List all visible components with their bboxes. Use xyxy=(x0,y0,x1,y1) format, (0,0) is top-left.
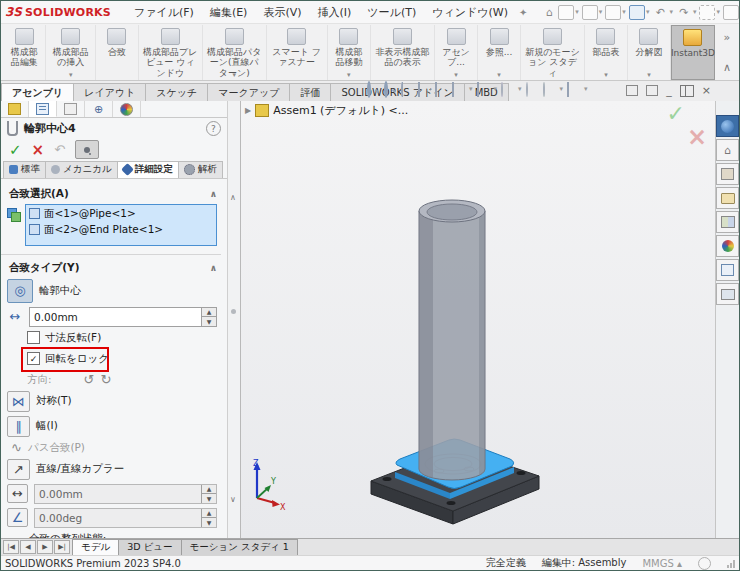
menu-insert[interactable]: 挿入(I) xyxy=(311,3,359,22)
pm-splitter[interactable]: ∧ ∨ xyxy=(228,101,241,538)
units-selector[interactable]: MMGS ▴ xyxy=(642,558,682,569)
view-settings-caret[interactable]: ▾ xyxy=(584,85,588,93)
doc-prev-window-icon[interactable] xyxy=(626,85,638,96)
pm-scroll-up-icon[interactable]: ∧ xyxy=(230,193,236,202)
ribbon-show-hidden-components[interactable]: 非表示構成部品の表示 xyxy=(371,25,435,80)
doc-minimize-button[interactable]: _ xyxy=(666,84,672,97)
ok-button[interactable]: ✓ xyxy=(9,141,22,159)
undo-icon[interactable]: ↶ xyxy=(652,6,668,19)
save-icon[interactable] xyxy=(605,5,621,20)
rotate-cw-icon[interactable]: ↻ xyxy=(100,373,111,386)
sw-resources-tab[interactable]: ⌂ xyxy=(716,139,739,161)
tree-expand-icon[interactable]: ▶ xyxy=(245,106,251,115)
previous-view-icon[interactable] xyxy=(401,83,414,95)
assembly-features-caret[interactable]: ▾ xyxy=(454,71,458,79)
menu-window[interactable]: ウィンドウ(W) xyxy=(425,3,515,22)
pipe-component[interactable] xyxy=(419,200,485,480)
select-cursor-icon[interactable] xyxy=(699,5,715,20)
configurationmanager-tab[interactable] xyxy=(57,101,85,117)
mate-selection-listbox[interactable]: 面<1>@Pipe<1> 面<2>@End Plate<1> xyxy=(25,204,217,246)
ribbon-mate[interactable]: 合致 xyxy=(96,25,139,80)
ribbon-reference-geometry[interactable]: 参照... ▾ xyxy=(478,25,521,80)
insert-component-caret[interactable]: ▾ xyxy=(69,71,73,79)
ribbon-component-pattern[interactable]: 構成部品パターン(直線パターン) ▾ xyxy=(203,25,267,80)
tab-markup[interactable]: マークアップ xyxy=(207,83,290,101)
angle-button[interactable]: ∠ xyxy=(7,508,28,527)
ribbon-exploded-view[interactable]: 分解図 ▾ xyxy=(628,25,671,80)
flyout-feature-tree[interactable]: ▶ Assem1 (デフォルト) <... xyxy=(245,103,408,118)
selection-item-pipe[interactable]: 面<1>@Pipe<1> xyxy=(27,206,215,222)
pm-splitter-handle[interactable] xyxy=(231,309,236,314)
print-caret[interactable]: ▾ xyxy=(646,8,650,16)
pin-menu-icon[interactable]: ✦ xyxy=(519,7,527,18)
view-palette-tab[interactable] xyxy=(716,211,739,233)
tab-evaluate[interactable]: 評価 xyxy=(289,83,331,101)
mate-selection-header[interactable]: 合致選択(A) ∧ xyxy=(1,185,221,203)
spin-down-icon[interactable]: ▼ xyxy=(202,317,216,326)
nav-first-icon[interactable]: |◀ xyxy=(3,540,19,554)
confirmation-accept-icon[interactable]: ✓ xyxy=(667,101,685,126)
doc-close-button[interactable]: × xyxy=(702,84,711,97)
open-file-icon[interactable] xyxy=(582,5,598,20)
distance-input[interactable]: 0.00mm ▲ ▼ xyxy=(29,307,217,327)
reference-geometry-caret[interactable]: ▾ xyxy=(497,71,501,79)
new-file-caret[interactable]: ▾ xyxy=(575,8,579,16)
ribbon-collapse-icon[interactable]: ∧ xyxy=(723,61,731,74)
display-style-caret[interactable]: ▾ xyxy=(494,85,498,93)
zoom-area-icon[interactable] xyxy=(384,83,397,95)
tab-3d-views[interactable]: 3D ビュー xyxy=(118,539,181,555)
distance2-spinner[interactable]: ▲ ▼ xyxy=(201,485,216,503)
doc-next-window-icon[interactable] xyxy=(646,85,658,96)
doc-restore-button[interactable] xyxy=(680,85,694,97)
open-file-caret[interactable]: ▾ xyxy=(599,8,603,16)
attach-icon[interactable] xyxy=(723,5,739,20)
view-orientation-caret[interactable]: ▾ xyxy=(469,85,473,93)
globe-status-icon[interactable] xyxy=(698,557,711,570)
nav-next-icon[interactable]: ▶ xyxy=(37,540,53,554)
design-library-tab[interactable] xyxy=(716,163,739,185)
forum-tab[interactable] xyxy=(716,283,739,305)
apply-scene-caret[interactable]: ▾ xyxy=(560,85,564,93)
appearances-tab[interactable] xyxy=(716,235,739,257)
flip-dimension-label[interactable]: 寸法反転(F) xyxy=(45,331,101,345)
rotate-ccw-icon[interactable]: ↺ xyxy=(84,373,95,386)
menu-file[interactable]: ファイル(F) xyxy=(127,3,201,22)
bill-of-materials-caret[interactable]: ▾ xyxy=(604,71,608,79)
display-style-icon[interactable] xyxy=(477,83,490,95)
home-icon[interactable]: ⌂ xyxy=(541,6,557,19)
selection-item-end-plate[interactable]: 面<2>@End Plate<1> xyxy=(27,222,215,238)
spin-up-icon[interactable]: ▲ xyxy=(202,509,216,519)
subtab-mechanical[interactable]: メカニカル xyxy=(45,161,118,178)
flip-dimension-checkbox[interactable] xyxy=(27,331,40,344)
custom-properties-tab[interactable] xyxy=(716,259,739,281)
spin-down-icon[interactable]: ▼ xyxy=(202,518,216,527)
symmetric-button[interactable]: ⋈ xyxy=(7,391,30,412)
file-explorer-tab[interactable] xyxy=(716,187,739,209)
new-file-icon[interactable] xyxy=(558,5,574,20)
profile-center-button[interactable]: ◎ xyxy=(7,279,33,303)
hide-show-items-caret[interactable]: ▾ xyxy=(518,85,522,93)
graphics-viewport[interactable]: ▶ Assem1 (デフォルト) <... ✓ × xyxy=(241,101,715,538)
hide-show-items-icon[interactable] xyxy=(501,83,514,95)
dimxpertmanager-tab[interactable]: ⊕ xyxy=(85,101,113,117)
ribbon-component-preview[interactable]: 構成部品プレビュー ウィンドウ xyxy=(139,25,203,80)
ribbon-bill-of-materials[interactable]: 部品表 ▾ xyxy=(585,25,628,80)
undo-button[interactable]: ↶ xyxy=(54,142,65,157)
zoom-fit-icon[interactable] xyxy=(367,83,380,95)
3dexperience-tab[interactable] xyxy=(716,115,739,137)
featuremanager-tab[interactable] xyxy=(1,101,29,117)
subtab-standard[interactable]: 標準 xyxy=(3,161,46,178)
menu-edit[interactable]: 編集(E) xyxy=(203,3,255,22)
ribbon-new-motion-study[interactable]: 新規のモーション スタディ xyxy=(521,25,585,80)
lock-rotation-checkbox[interactable]: ✓ xyxy=(27,352,40,365)
keep-visible-pin-button[interactable] xyxy=(75,140,99,159)
mate-selection-collapse-icon[interactable]: ∧ xyxy=(210,189,217,199)
subtab-advanced[interactable]: 詳細設定 xyxy=(117,161,179,178)
pm-scroll-down-icon[interactable]: ∨ xyxy=(230,495,236,504)
save-caret[interactable]: ▾ xyxy=(622,8,626,16)
angle-spinner[interactable]: ▲ ▼ xyxy=(201,509,216,527)
ribbon-instant3d[interactable]: Instant3D xyxy=(671,25,715,80)
lock-rotation-row[interactable]: ✓ 回転をロック xyxy=(1,347,221,371)
redo-caret[interactable]: ▾ xyxy=(693,8,697,16)
menu-tools[interactable]: ツール(T) xyxy=(360,3,423,22)
